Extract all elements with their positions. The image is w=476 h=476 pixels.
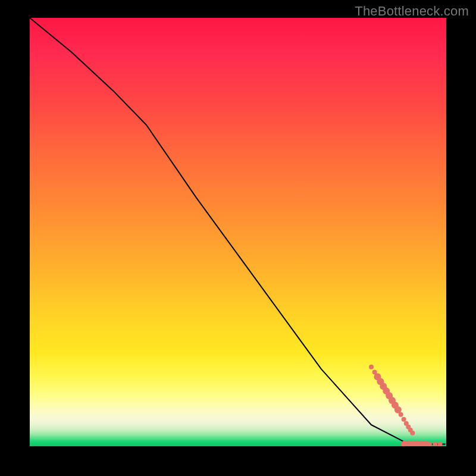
- chart-frame: TheBottleneck.com: [0, 0, 476, 476]
- plot-area: [30, 18, 446, 446]
- data-point: [446, 441, 447, 446]
- data-point: [438, 441, 443, 446]
- data-point: [410, 431, 415, 436]
- plot-outer: [30, 18, 446, 446]
- watermark-text: TheBottleneck.com: [355, 4, 469, 19]
- data-point: [399, 412, 403, 417]
- data-point: [369, 365, 374, 369]
- chart-svg: [30, 18, 446, 446]
- data-point: [433, 441, 437, 446]
- curve-line: [30, 18, 446, 444]
- data-point: [402, 417, 406, 422]
